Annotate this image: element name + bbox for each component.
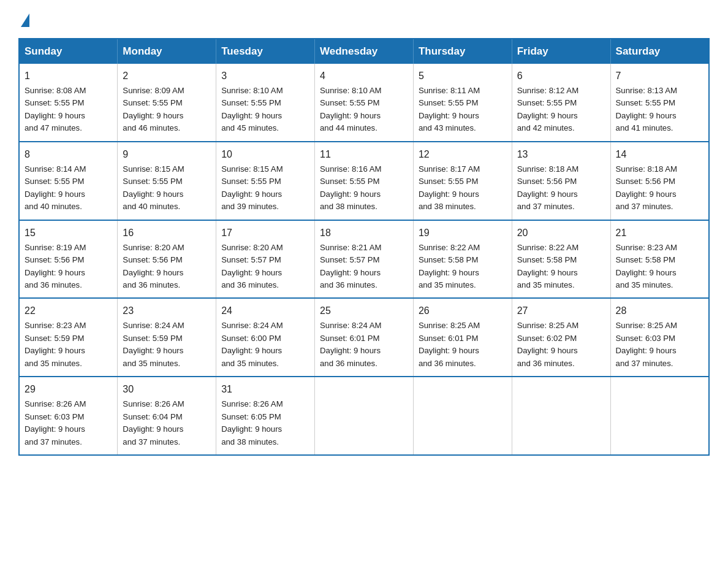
calendar-cell: 11Sunrise: 8:16 AMSunset: 5:55 PMDayligh…	[315, 142, 414, 220]
calendar-cell: 18Sunrise: 8:21 AMSunset: 5:57 PMDayligh…	[315, 220, 414, 299]
calendar-cell: 31Sunrise: 8:26 AMSunset: 6:05 PMDayligh…	[216, 377, 315, 455]
day-number: 6	[517, 69, 605, 83]
day-info: Sunrise: 8:20 AMSunset: 5:56 PMDaylight:…	[123, 242, 211, 292]
day-info: Sunrise: 8:12 AMSunset: 5:55 PMDaylight:…	[517, 85, 605, 135]
day-number: 10	[221, 147, 309, 162]
calendar-cell: 1Sunrise: 8:08 AMSunset: 5:55 PMDaylight…	[19, 64, 118, 142]
calendar-cell: 10Sunrise: 8:15 AMSunset: 5:55 PMDayligh…	[216, 142, 315, 220]
day-info: Sunrise: 8:17 AMSunset: 5:55 PMDaylight:…	[419, 163, 507, 213]
day-number: 8	[25, 147, 112, 162]
logo-triangle-icon	[21, 13, 29, 27]
day-info: Sunrise: 8:10 AMSunset: 5:55 PMDaylight:…	[221, 85, 309, 135]
calendar-header-saturday: Saturday	[610, 39, 709, 64]
calendar-cell	[512, 377, 610, 455]
day-number: 23	[123, 304, 211, 318]
calendar-header-thursday: Thursday	[413, 39, 512, 64]
day-number: 13	[517, 147, 605, 162]
calendar-cell: 29Sunrise: 8:26 AMSunset: 6:03 PMDayligh…	[19, 377, 118, 455]
day-number: 11	[320, 147, 408, 162]
calendar-header-monday: Monday	[118, 39, 216, 64]
page-header	[18, 12, 710, 27]
day-info: Sunrise: 8:22 AMSunset: 5:58 PMDaylight:…	[517, 242, 605, 292]
day-number: 20	[517, 226, 605, 240]
calendar-cell: 24Sunrise: 8:24 AMSunset: 6:00 PMDayligh…	[216, 298, 315, 377]
calendar-cell: 7Sunrise: 8:13 AMSunset: 5:55 PMDaylight…	[610, 64, 709, 142]
day-info: Sunrise: 8:23 AMSunset: 5:58 PMDaylight:…	[616, 242, 703, 292]
calendar-cell: 27Sunrise: 8:25 AMSunset: 6:02 PMDayligh…	[512, 298, 610, 377]
day-number: 12	[419, 147, 507, 162]
day-info: Sunrise: 8:15 AMSunset: 5:55 PMDaylight:…	[221, 163, 309, 213]
calendar-week-row: 15Sunrise: 8:19 AMSunset: 5:56 PMDayligh…	[19, 220, 709, 299]
day-info: Sunrise: 8:20 AMSunset: 5:57 PMDaylight:…	[221, 242, 309, 292]
day-info: Sunrise: 8:21 AMSunset: 5:57 PMDaylight:…	[320, 242, 408, 292]
calendar-cell: 19Sunrise: 8:22 AMSunset: 5:58 PMDayligh…	[413, 220, 512, 299]
day-number: 30	[123, 382, 211, 397]
calendar-cell: 9Sunrise: 8:15 AMSunset: 5:55 PMDaylight…	[118, 142, 216, 220]
calendar-cell	[315, 377, 414, 455]
day-info: Sunrise: 8:19 AMSunset: 5:56 PMDaylight:…	[25, 242, 112, 292]
calendar-header-tuesday: Tuesday	[216, 39, 315, 64]
day-info: Sunrise: 8:24 AMSunset: 5:59 PMDaylight:…	[123, 320, 211, 370]
day-info: Sunrise: 8:13 AMSunset: 5:55 PMDaylight:…	[616, 85, 703, 135]
calendar-week-row: 1Sunrise: 8:08 AMSunset: 5:55 PMDaylight…	[19, 64, 709, 142]
day-number: 7	[616, 69, 703, 83]
calendar-cell: 14Sunrise: 8:18 AMSunset: 5:56 PMDayligh…	[610, 142, 709, 220]
day-number: 14	[616, 147, 703, 162]
day-number: 27	[517, 304, 605, 318]
day-number: 24	[221, 304, 309, 318]
calendar-cell: 8Sunrise: 8:14 AMSunset: 5:55 PMDaylight…	[19, 142, 118, 220]
day-info: Sunrise: 8:14 AMSunset: 5:55 PMDaylight:…	[25, 163, 112, 213]
day-number: 17	[221, 226, 309, 240]
calendar-header-friday: Friday	[512, 39, 610, 64]
day-info: Sunrise: 8:24 AMSunset: 6:00 PMDaylight:…	[221, 320, 309, 370]
day-info: Sunrise: 8:26 AMSunset: 6:04 PMDaylight:…	[123, 398, 211, 448]
day-info: Sunrise: 8:18 AMSunset: 5:56 PMDaylight:…	[517, 163, 605, 213]
day-number: 19	[419, 226, 507, 240]
day-number: 1	[25, 69, 112, 83]
day-number: 25	[320, 304, 408, 318]
day-info: Sunrise: 8:16 AMSunset: 5:55 PMDaylight:…	[320, 163, 408, 213]
calendar-cell: 22Sunrise: 8:23 AMSunset: 5:59 PMDayligh…	[19, 298, 118, 377]
calendar-cell: 21Sunrise: 8:23 AMSunset: 5:58 PMDayligh…	[610, 220, 709, 299]
day-number: 28	[616, 304, 703, 318]
calendar-cell: 5Sunrise: 8:11 AMSunset: 5:55 PMDaylight…	[413, 64, 512, 142]
day-info: Sunrise: 8:25 AMSunset: 6:03 PMDaylight:…	[616, 320, 703, 370]
calendar-cell: 26Sunrise: 8:25 AMSunset: 6:01 PMDayligh…	[413, 298, 512, 377]
day-info: Sunrise: 8:26 AMSunset: 6:05 PMDaylight:…	[221, 398, 309, 448]
day-info: Sunrise: 8:11 AMSunset: 5:55 PMDaylight:…	[419, 85, 507, 135]
day-number: 22	[25, 304, 112, 318]
day-number: 29	[25, 382, 112, 397]
calendar-header-sunday: Sunday	[19, 39, 118, 64]
calendar-cell: 28Sunrise: 8:25 AMSunset: 6:03 PMDayligh…	[610, 298, 709, 377]
calendar-week-row: 8Sunrise: 8:14 AMSunset: 5:55 PMDaylight…	[19, 142, 709, 220]
day-info: Sunrise: 8:24 AMSunset: 6:01 PMDaylight:…	[320, 320, 408, 370]
day-number: 2	[123, 69, 211, 83]
calendar-cell: 12Sunrise: 8:17 AMSunset: 5:55 PMDayligh…	[413, 142, 512, 220]
day-number: 9	[123, 147, 211, 162]
day-number: 15	[25, 226, 112, 240]
day-number: 26	[419, 304, 507, 318]
calendar-cell	[610, 377, 709, 455]
calendar-week-row: 22Sunrise: 8:23 AMSunset: 5:59 PMDayligh…	[19, 298, 709, 377]
day-number: 4	[320, 69, 408, 83]
calendar-cell: 17Sunrise: 8:20 AMSunset: 5:57 PMDayligh…	[216, 220, 315, 299]
calendar-cell: 6Sunrise: 8:12 AMSunset: 5:55 PMDaylight…	[512, 64, 610, 142]
calendar-cell: 15Sunrise: 8:19 AMSunset: 5:56 PMDayligh…	[19, 220, 118, 299]
calendar-cell	[413, 377, 512, 455]
day-number: 18	[320, 226, 408, 240]
day-info: Sunrise: 8:23 AMSunset: 5:59 PMDaylight:…	[25, 320, 112, 370]
day-number: 31	[221, 382, 309, 397]
calendar-cell: 20Sunrise: 8:22 AMSunset: 5:58 PMDayligh…	[512, 220, 610, 299]
day-number: 16	[123, 226, 211, 240]
calendar-cell: 3Sunrise: 8:10 AMSunset: 5:55 PMDaylight…	[216, 64, 315, 142]
day-info: Sunrise: 8:09 AMSunset: 5:55 PMDaylight:…	[123, 85, 211, 135]
day-info: Sunrise: 8:08 AMSunset: 5:55 PMDaylight:…	[25, 85, 112, 135]
calendar-table: SundayMondayTuesdayWednesdayThursdayFrid…	[18, 38, 710, 456]
calendar-cell: 2Sunrise: 8:09 AMSunset: 5:55 PMDaylight…	[118, 64, 216, 142]
day-info: Sunrise: 8:25 AMSunset: 6:02 PMDaylight:…	[517, 320, 605, 370]
logo	[18, 12, 29, 27]
day-number: 5	[419, 69, 507, 83]
calendar-header-row: SundayMondayTuesdayWednesdayThursdayFrid…	[19, 39, 709, 64]
day-number: 21	[616, 226, 703, 240]
calendar-week-row: 29Sunrise: 8:26 AMSunset: 6:03 PMDayligh…	[19, 377, 709, 455]
